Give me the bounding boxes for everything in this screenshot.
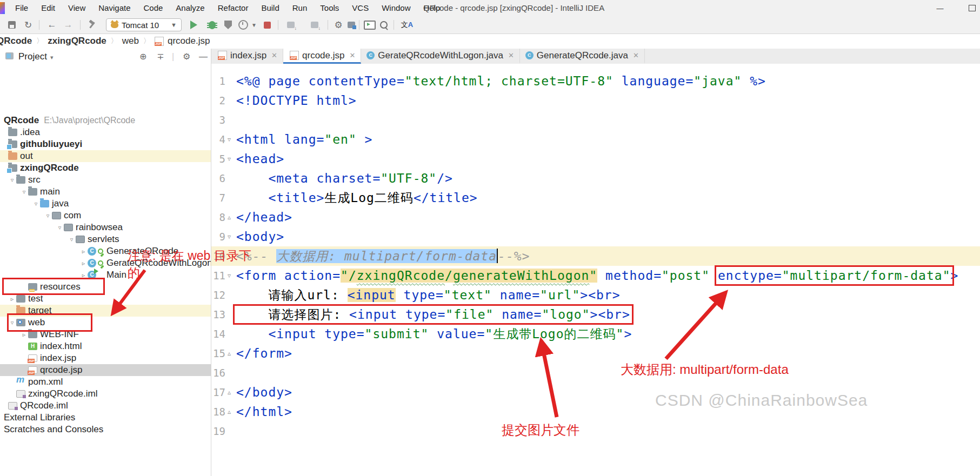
tree-item-qrcode.jsp[interactable]: qrcode.jsp (0, 364, 211, 376)
save-button[interactable] (5, 19, 18, 31)
code-line-11[interactable]: 11▿<form action="/zxingQRcode/generateWi… (211, 266, 980, 285)
maximize-button[interactable] (956, 0, 980, 16)
menu-tools[interactable]: Tools (314, 0, 345, 16)
settings-button[interactable]: ⚙ (332, 19, 345, 31)
menu-file[interactable]: File (9, 0, 35, 16)
chevron-expanded-icon[interactable]: ▿ (8, 177, 16, 184)
code-line-1[interactable]: 1<%@ page contentType="text/html; charse… (211, 71, 980, 91)
code-line-16[interactable]: 16 (211, 363, 980, 383)
forward-button[interactable]: → (62, 19, 75, 31)
run-button[interactable] (187, 19, 200, 31)
tree-item-QRcode[interactable]: QRcodeE:\Java\project\QRcode (0, 115, 211, 126)
tab-GerateQRcodeWithLogon.java[interactable]: CGerateQRcodeWithLogon.java✕ (361, 49, 519, 64)
chevron-collapsed-icon[interactable]: ▹ (79, 260, 88, 267)
tree-item-rainbowsea[interactable]: ▿rainbowsea (0, 222, 211, 233)
locate-file-icon[interactable]: ⊕ (139, 49, 146, 65)
menu-refactor[interactable]: Refactor (211, 0, 255, 16)
minimize-button[interactable]: — (928, 0, 952, 16)
tree-item-resources[interactable]: resources (0, 281, 211, 293)
code-line-2[interactable]: 2<!DOCTYPE html> (211, 91, 980, 110)
back-button[interactable]: ← (45, 19, 58, 31)
fold-marker-icon[interactable]: ▵ (225, 408, 233, 415)
tree-item-index.html[interactable]: index.html (0, 340, 211, 352)
chevron-collapsed-icon[interactable]: ▹ (79, 272, 88, 279)
code-line-8[interactable]: 8▵</head> (211, 207, 980, 227)
hide-panel-icon[interactable]: — (199, 49, 208, 65)
menu-analyze[interactable]: Analyze (169, 0, 211, 16)
tree-item-index.jsp[interactable]: index.jsp (0, 352, 211, 364)
chevron-expanded-icon[interactable]: ▿ (56, 224, 64, 231)
code-line-9[interactable]: 9▿<body> (211, 227, 980, 246)
tab-close-icon[interactable]: ✕ (349, 51, 355, 59)
tab-close-icon[interactable]: ✕ (633, 51, 639, 59)
attach-debugger-button[interactable] (284, 19, 297, 31)
code-line-15[interactable]: 15▵</form> (211, 344, 980, 363)
chevron-expanded-icon[interactable]: ▿ (8, 319, 16, 326)
breadcrumb-item[interactable]: web (122, 36, 139, 46)
menu-code[interactable]: Code (137, 0, 169, 16)
tree-item-java[interactable]: ▿java (0, 198, 211, 210)
code-editor[interactable]: 1<%@ page contentType="text/html; charse… (211, 64, 980, 476)
tree-item-.idea[interactable]: .idea (0, 126, 211, 138)
tab-GenerateQRcode.java[interactable]: CGenerateQRcode.java✕ (520, 49, 645, 64)
code-line-12[interactable]: 12 请输入url: <input type="text" name="url"… (211, 285, 980, 305)
tree-item-target[interactable]: target (0, 305, 211, 317)
fold-marker-icon[interactable]: ▵ (225, 388, 233, 396)
code-line-13[interactable]: 13 请选择图片: <input type="file" name="logo"… (211, 305, 980, 324)
translate-button[interactable]: 文A (398, 19, 416, 31)
debug-button[interactable] (205, 19, 218, 31)
code-line-19[interactable]: 19 (211, 421, 980, 441)
chevron-collapsed-icon[interactable]: ▹ (79, 248, 88, 255)
gear-icon[interactable]: ⚙ (183, 49, 190, 65)
fold-marker-icon[interactable]: ▵ (225, 350, 233, 357)
build-button[interactable] (85, 19, 98, 31)
tab-close-icon[interactable]: ✕ (271, 51, 277, 59)
tree-item-githubliuyueyi[interactable]: githubliuyueyi (0, 138, 211, 150)
collapse-all-icon[interactable]: ∓ (157, 49, 164, 65)
project-structure-button[interactable] (345, 19, 358, 31)
tree-item-src[interactable]: ▿src (0, 174, 211, 186)
menu-edit[interactable]: Edit (35, 0, 62, 16)
run-configuration-select[interactable]: Tomcat 10 ▼ (106, 18, 182, 31)
chevron-expanded-icon[interactable]: ▿ (68, 236, 76, 243)
tab-index.jsp[interactable]: index.jsp✕ (211, 49, 283, 64)
fold-marker-icon[interactable]: ▿ (225, 233, 233, 240)
run-window-button[interactable] (363, 19, 376, 31)
code-line-5[interactable]: 5▿<head> (211, 149, 980, 169)
fold-marker-icon[interactable]: ▿ (225, 155, 233, 163)
code-line-6[interactable]: 6 <meta charset="UTF-8"/> (211, 169, 980, 188)
menu-view[interactable]: View (62, 0, 92, 16)
chevron-expanded-icon[interactable]: ▿ (44, 212, 52, 219)
chevron-collapsed-icon[interactable]: ▹ (8, 296, 16, 303)
fold-marker-icon[interactable]: ▿ (225, 136, 233, 143)
tree-item-out[interactable]: out (0, 150, 211, 162)
breadcrumb-item[interactable]: qrcode.jsp (168, 36, 210, 46)
sync-button[interactable]: ↻ (22, 19, 35, 31)
coverage-button[interactable] (222, 19, 235, 31)
chevron-collapsed-icon[interactable]: ▹ (20, 331, 28, 338)
tree-item-web[interactable]: ▿web (0, 317, 211, 328)
tree-item-QRcode.iml[interactable]: QRcode.iml (0, 400, 211, 412)
menu-build[interactable]: Build (255, 0, 285, 16)
profiler-dropdown[interactable]: ▼ (248, 19, 261, 31)
code-line-14[interactable]: 14 <input type="submit" value="生成带Logo的二… (211, 324, 980, 344)
menu-navigate[interactable]: Navigate (92, 0, 137, 16)
project-panel-title[interactable]: Project (18, 49, 53, 65)
tree-item-Main[interactable]: ▹Main (0, 269, 211, 281)
tree-item-Scratches and Consoles[interactable]: Scratches and Consoles (0, 424, 211, 435)
code-line-4[interactable]: 4▿<html lang="en" > (211, 130, 980, 149)
fold-marker-icon[interactable]: ▵ (225, 213, 233, 221)
code-line-3[interactable]: 3 (211, 110, 980, 130)
tree-item-zxingQRcode.iml[interactable]: zxingQRcode.iml (0, 388, 211, 400)
code-line-10[interactable]: 10<%-- 大数据用: multipart/form-data--%> (211, 246, 980, 266)
menu-vcs[interactable]: VCS (345, 0, 375, 16)
search-everywhere-button[interactable] (377, 19, 390, 31)
tree-item-com[interactable]: ▿com (0, 210, 211, 222)
chevron-expanded-icon[interactable]: ▿ (20, 189, 28, 196)
tree-item-zxingQRcode[interactable]: zxingQRcode (0, 162, 211, 174)
code-line-7[interactable]: 7 <title>生成Log二维码</title> (211, 188, 980, 207)
tree-item-WEB-INF[interactable]: ▹WEB-INF (0, 328, 211, 340)
menu-run[interactable]: Run (286, 0, 314, 16)
menu-window[interactable]: Window (375, 0, 417, 16)
breadcrumb-item[interactable]: zxingQRcode (48, 36, 106, 46)
